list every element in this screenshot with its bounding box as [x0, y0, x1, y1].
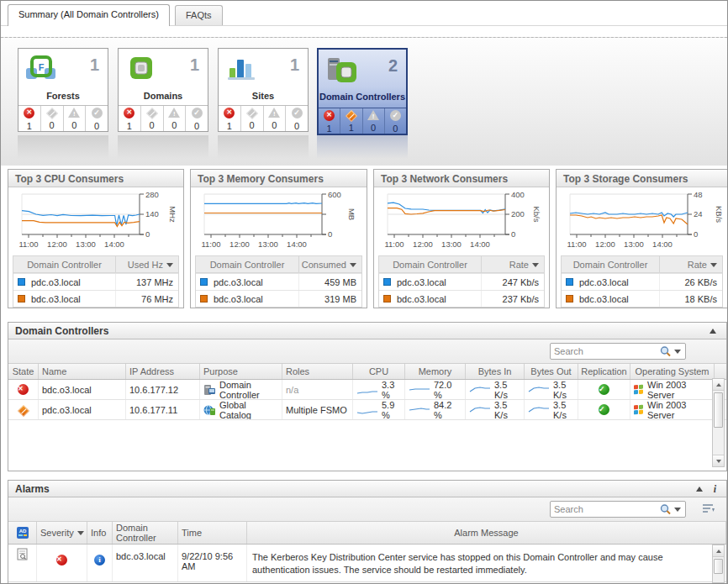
alarms-scrollbar[interactable]	[712, 545, 725, 583]
status-normal: 0	[85, 106, 108, 131]
warning-count: 0	[363, 123, 384, 133]
col-select-all[interactable]: AD	[8, 522, 37, 544]
scroll-up-button[interactable]	[713, 545, 724, 557]
scroll-thumb[interactable]	[714, 392, 723, 428]
memory-cell: 84.2 %	[405, 400, 466, 419]
critical-icon	[246, 108, 258, 119]
col-domain-controller[interactable]: Domain Controller	[113, 522, 178, 544]
tile-status-row: 1 1 0 0	[319, 108, 406, 134]
col-domain-controller[interactable]: Domain Controller	[562, 256, 660, 272]
storage-chart: 48 24 0 KB/s 11:00 12:00 13:00 14:00	[557, 189, 728, 255]
alarm-dc-cell: bdc.o3.local	[113, 545, 178, 581]
warning-count: 0	[64, 120, 86, 130]
search-icon[interactable]	[659, 503, 672, 516]
consumer-row[interactable]: bdc.o3.local 18 KB/s	[562, 290, 722, 307]
col-alarm-message[interactable]: Alarm Message	[247, 522, 726, 544]
info-icon[interactable]: i	[714, 483, 716, 496]
customize-columns-icon[interactable]	[701, 502, 715, 514]
col-severity[interactable]: Severity	[37, 522, 87, 544]
series-swatch	[18, 278, 25, 286]
x-tick: 12:00	[229, 239, 250, 249]
search-icon[interactable]	[659, 345, 672, 358]
col-ip-address[interactable]: IP Address	[126, 364, 200, 379]
sparkline	[528, 405, 550, 415]
y-max-label: 400	[511, 190, 525, 199]
scroll-up-button[interactable]	[713, 379, 724, 391]
tile-domains[interactable]: 1 Domains 1 0 0 0	[118, 48, 208, 132]
consumer-name-cell: bdc.o3.local	[196, 291, 299, 307]
col-time[interactable]: Time	[178, 522, 247, 544]
roles-cell: Multiple FSMO	[282, 400, 353, 419]
alarm-row[interactable]: bdc.o3.local 9/22/10 9:56 AM The Kerbero…	[8, 545, 726, 582]
section-title: Alarms	[15, 483, 50, 495]
fatal-icon	[224, 108, 235, 118]
consumer-row[interactable]: bdc.o3.local 319 MB	[196, 290, 361, 307]
search-options-caret-icon[interactable]	[674, 508, 681, 512]
col-rate[interactable]: Rate	[482, 256, 544, 273]
col-name[interactable]: Name	[39, 364, 126, 379]
scroll-thumb[interactable]	[714, 559, 723, 574]
col-purpose[interactable]: Purpose	[200, 364, 282, 379]
dc-row-pdc[interactable]: pdc.o3.local 10.6.177.11 Global Catalog …	[8, 400, 726, 420]
col-bytes-in[interactable]: Bytes In	[466, 364, 525, 379]
consumer-row[interactable]: pdc.o3.local 459 MB	[196, 273, 361, 290]
col-consumed[interactable]: Consumed	[299, 256, 361, 273]
x-tick: 14:00	[470, 239, 490, 249]
consumer-row[interactable]: bdc.o3.local 237 Kb/s	[379, 290, 544, 307]
dc-search-input[interactable]	[551, 345, 659, 358]
col-memory[interactable]: Memory	[405, 364, 466, 379]
status-critical: 0	[240, 106, 263, 131]
col-cpu[interactable]: CPU	[353, 364, 405, 379]
col-domain-controller[interactable]: Domain Controller	[379, 256, 482, 272]
col-rate[interactable]: Rate	[660, 256, 722, 273]
consumer-value: 137 MHz	[116, 277, 178, 287]
normal-icon	[292, 108, 303, 118]
tile-reflection	[317, 135, 408, 159]
sort-desc-icon	[710, 263, 717, 267]
sites-icon	[224, 55, 258, 85]
tile-top: 1	[119, 49, 208, 91]
series-swatch	[383, 295, 391, 303]
sparkline	[528, 385, 550, 395]
tile-forests[interactable]: F 1 Forests 1 0 0 0	[18, 48, 108, 132]
col-state[interactable]: State	[8, 364, 39, 379]
col-domain-controller[interactable]: Domain Controller	[13, 256, 116, 272]
info-icon[interactable]	[94, 555, 105, 566]
section-toolbar	[8, 339, 726, 363]
col-info[interactable]: Info	[87, 522, 113, 544]
os-cell: Win 2003 Server	[630, 400, 715, 419]
consumer-row[interactable]: pdc.o3.local 26 KB/s	[562, 273, 722, 290]
col-replication[interactable]: Replication	[578, 364, 630, 379]
alarm-time-cell: 9/22/10 9:56 AM	[178, 545, 247, 581]
collapse-icon[interactable]	[696, 487, 703, 492]
consumer-row[interactable]: bdc.o3.local 76 MHz	[13, 290, 178, 307]
tab-summary[interactable]: Summary (All Domain Controllers)	[8, 4, 170, 26]
search-options-caret-icon[interactable]	[674, 350, 681, 354]
panel-title: Top 3 Network Consumers	[374, 170, 549, 187]
col-used-hz[interactable]: Used Hz	[116, 256, 178, 273]
collapse-icon[interactable]	[710, 329, 716, 334]
domain-controllers-section: Domain Controllers State Name IP Address…	[8, 322, 727, 471]
col-roles[interactable]: Roles	[282, 364, 353, 379]
col-operating-system[interactable]: Operating System	[630, 364, 715, 379]
status-warning: 0	[163, 106, 186, 131]
section-title: Domain Controllers	[15, 325, 108, 337]
fatal-count: 1	[219, 121, 240, 131]
dc-row-bdc[interactable]: bdc.o3.local 10.6.177.12 Domain Controll…	[8, 380, 726, 400]
dc-scrollbar[interactable]	[712, 378, 725, 467]
warning-icon	[168, 108, 180, 118]
scroll-down-button[interactable]	[713, 455, 724, 466]
consumer-row[interactable]: pdc.o3.local 247 Kb/s	[379, 273, 544, 290]
tile-sites[interactable]: 1 Sites 1 0 0 0	[218, 48, 309, 132]
domain-controllers-icon	[324, 55, 361, 87]
tile-domain-controllers[interactable]: 2 Domain Controllers 1 1 0 0	[317, 48, 408, 135]
tile-reflection	[18, 135, 108, 159]
alarms-search-input[interactable]	[551, 502, 659, 516]
consumer-value: 247 Kb/s	[482, 277, 544, 287]
consumer-row[interactable]: pdc.o3.local 137 MHz	[13, 273, 178, 290]
tab-faqts[interactable]: FAQts	[175, 5, 223, 25]
view-alarm-icon[interactable]	[17, 548, 28, 560]
col-bytes-out[interactable]: Bytes Out	[525, 364, 578, 379]
x-tick: 11:00	[18, 239, 38, 249]
col-domain-controller[interactable]: Domain Controller	[196, 256, 299, 272]
